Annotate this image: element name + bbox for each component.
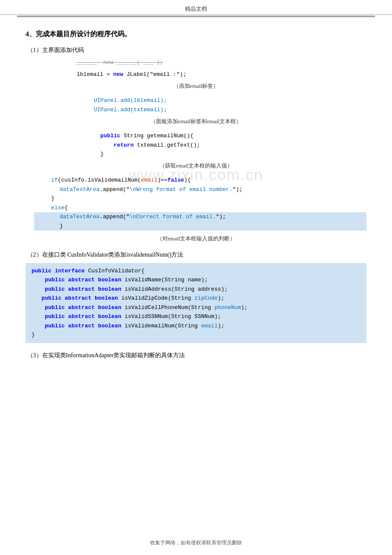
code-lblemail: lblemail = new JLabel("email :"); [26,70,366,79]
code-getemailnum: public String getemailNum(){ return txte… [26,131,366,159]
caption-4: （对email文本框输入值的判断） [26,235,366,243]
page-footer: 收集于网络，如有侵权请联系管理员删除 [0,539,392,546]
sub-section-1: （1）主界面添加代码 ______ new ______( ___ ); lbl… [26,46,366,243]
caption-3: （获取email文本框的输入值） [26,162,366,170]
page-header: 精品文档 [0,0,392,15]
section-4-title: 4、完成本题目所设计的程序代码。 [26,30,366,39]
sub-section-3: （3）在实现类InformationAdapter类实现邮箱判断的具体方法 [26,352,366,359]
sub1-title: （1）主界面添加代码 [26,46,366,54]
sub-section-2: （2）在接口类 CusInfoValidator类添加isvalidemailN… [26,251,366,343]
caption-1: （添加email标签） [26,82,366,90]
code-strikethrough-line: ______ new ______( ___ ); [26,58,366,67]
sub3-title: （3）在实现类InformationAdapter类实现邮箱判断的具体方法 [26,352,366,359]
header-title: 精品文档 [185,6,207,12]
code-interface-block: public interface CusInfoValidator{ publi… [26,263,366,343]
code-if-else-block: if(cusInfo.isValidemailNum(email)==false… [26,176,366,231]
caption-2: （面板添加email标签和email文本框） [26,118,366,125]
sub2-title: （2）在接口类 CusInfoValidator类添加isvalidemailN… [26,251,366,259]
page-content: 4、完成本题目所设计的程序代码。 （1）主界面添加代码 ______ new _… [0,17,392,385]
code-uipanel: UIPanel.add(lblemail); UIPanel.add(txtem… [26,96,366,114]
